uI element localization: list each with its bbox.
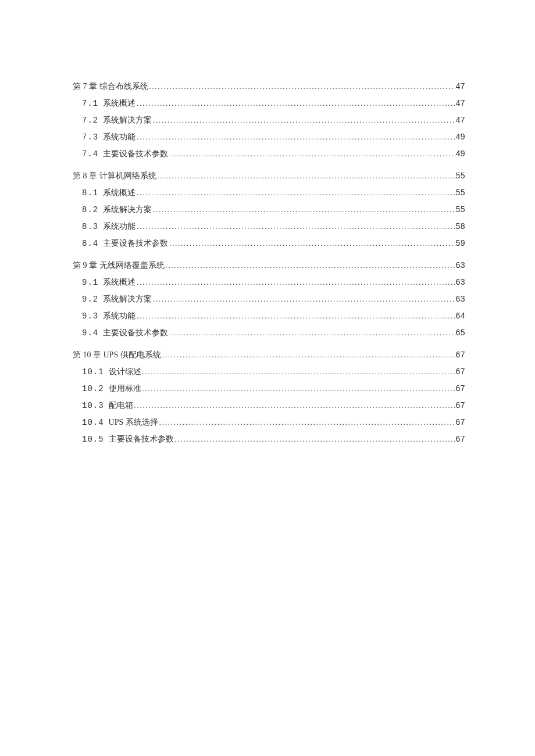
toc-sub-entry: 10.5 主要设备技术参数 67	[73, 434, 465, 445]
toc-chapter-entry: 第 10 章 UPS 供配电系统 67	[73, 350, 465, 360]
toc-section-number: 7.3	[82, 132, 98, 142]
table-of-contents: 第 7 章 综合布线系统 47 7.1 系统概述 47 7.2 系统解决方案 4…	[73, 81, 465, 445]
toc-chapter-entry: 第 7 章 综合布线系统 47	[73, 81, 465, 92]
toc-leader-dots	[141, 385, 456, 393]
toc-sub-entry: 8.2 系统解决方案 55	[73, 205, 465, 215]
toc-leader-dots	[152, 206, 455, 214]
toc-section-number: 9.3	[82, 311, 98, 321]
toc-sub-entry: 7.3 系统功能 49	[73, 132, 465, 142]
toc-section-title: 系统功能	[103, 132, 135, 142]
toc-section-title: 系统解决方案	[103, 115, 152, 126]
toc-leader-dots	[165, 261, 456, 270]
toc-section-title: 系统功能	[103, 221, 135, 232]
toc-page-number: 63	[455, 261, 465, 270]
toc-page-number: 65	[455, 328, 465, 338]
toc-page-number: 63	[455, 278, 465, 287]
toc-leader-dots	[152, 295, 455, 304]
toc-page-number: 55	[455, 188, 465, 198]
toc-sub-entry: 9.1 系统概述 63	[73, 277, 465, 288]
toc-sub-entry: 9.2 系统解决方案 63	[73, 294, 465, 304]
toc-page-number: 47	[455, 82, 465, 91]
toc-page-number: 47	[455, 99, 465, 108]
toc-leader-dots	[161, 351, 456, 360]
toc-leader-dots	[135, 223, 455, 231]
toc-leader-dots	[135, 189, 455, 198]
toc-sub-entry: 7.4 主要设备技术参数 49	[73, 149, 465, 159]
toc-section-title: 系统概述	[103, 277, 135, 288]
toc-sub-entry: 10.4 UPS 系统选择 67	[73, 417, 465, 428]
toc-leader-dots	[158, 418, 455, 427]
toc-page-number: 63	[455, 295, 465, 304]
toc-page-number: 55	[455, 205, 465, 214]
toc-section-title: 主要设备技术参数	[103, 238, 168, 249]
toc-sub-entry: 8.3 系统功能 58	[73, 221, 465, 232]
toc-section-number: 9.4	[82, 328, 98, 338]
toc-page-number: 49	[455, 149, 465, 159]
toc-chapter-title: 第 7 章 综合布线系统	[73, 81, 148, 92]
toc-leader-dots	[135, 133, 455, 142]
toc-section-number: 7.2	[82, 116, 98, 125]
toc-sub-entry: 7.1 系统概述 47	[73, 98, 465, 109]
toc-page-number: 67	[455, 401, 465, 410]
toc-section-title: 主要设备技术参数	[103, 328, 168, 338]
toc-section-number: 8.3	[82, 222, 98, 231]
toc-section-title: 主要设备技术参数	[109, 434, 174, 445]
toc-section-number: 10.4	[82, 418, 104, 427]
toc-section-number: 7.1	[82, 99, 98, 108]
toc-leader-dots	[168, 150, 455, 159]
toc-page-number: 55	[455, 171, 465, 181]
toc-leader-dots	[135, 312, 455, 321]
toc-page-number: 64	[455, 311, 465, 321]
toc-sub-entry: 10.2 使用标准 67	[73, 384, 465, 394]
toc-page-number: 49	[455, 132, 465, 142]
toc-sub-entry: 9.4 主要设备技术参数 65	[73, 328, 465, 338]
toc-chapter-title: 第 8 章 计算机网络系统	[73, 171, 156, 181]
toc-page-number: 67	[455, 367, 465, 377]
toc-leader-dots	[141, 368, 456, 377]
toc-section-title: 配电箱	[109, 400, 133, 411]
toc-section-number: 8.1	[82, 188, 98, 198]
toc-leader-dots	[135, 278, 455, 287]
toc-leader-dots	[133, 402, 456, 410]
toc-leader-dots	[135, 99, 455, 108]
toc-sub-entry: 10.1 设计综述 67	[73, 367, 465, 377]
toc-page-number: 67	[455, 418, 465, 427]
toc-page-number: 67	[455, 350, 465, 360]
toc-page-number: 67	[455, 384, 465, 393]
toc-sub-entry: 8.1 系统概述 55	[73, 188, 465, 198]
toc-section-number: 8.4	[82, 239, 98, 248]
toc-page-number: 67	[455, 435, 465, 444]
toc-section-number: 10.1	[82, 367, 104, 377]
toc-sub-entry: 10.3 配电箱 67	[73, 400, 465, 411]
toc-section-title: UPS 系统选择	[109, 417, 158, 428]
toc-leader-dots	[174, 435, 456, 444]
toc-leader-dots	[156, 172, 456, 181]
toc-section-title: 系统概述	[103, 98, 135, 109]
toc-chapter-title: 第 9 章 无线网络覆盖系统	[73, 260, 165, 271]
toc-section-title: 系统解决方案	[103, 205, 152, 215]
toc-section-number: 10.2	[82, 384, 104, 393]
toc-section-title: 主要设备技术参数	[103, 149, 168, 159]
toc-section-title: 系统功能	[103, 311, 135, 321]
toc-section-title: 系统解决方案	[103, 294, 152, 304]
toc-section-number: 7.4	[82, 149, 98, 159]
toc-section-number: 9.2	[82, 295, 98, 304]
toc-page-number: 59	[455, 239, 465, 248]
toc-chapter-entry: 第 8 章 计算机网络系统 55	[73, 171, 465, 181]
toc-section-number: 10.3	[82, 401, 104, 410]
toc-section-number: 8.2	[82, 205, 98, 214]
toc-section-number: 10.5	[82, 435, 104, 444]
toc-section-number: 9.1	[82, 278, 98, 287]
toc-page-number: 58	[455, 222, 465, 231]
toc-sub-entry: 8.4 主要设备技术参数 59	[73, 238, 465, 249]
toc-section-title: 系统概述	[103, 188, 135, 198]
toc-leader-dots	[168, 329, 455, 338]
toc-chapter-entry: 第 9 章 无线网络覆盖系统 63	[73, 260, 465, 271]
toc-chapter-title: 第 10 章 UPS 供配电系统	[73, 350, 161, 360]
toc-leader-dots	[148, 83, 456, 91]
toc-section-title: 设计综述	[109, 367, 141, 377]
toc-page-number: 47	[455, 116, 465, 125]
toc-section-title: 使用标准	[109, 384, 141, 394]
toc-leader-dots	[168, 239, 455, 248]
toc-sub-entry: 7.2 系统解决方案 47	[73, 115, 465, 126]
